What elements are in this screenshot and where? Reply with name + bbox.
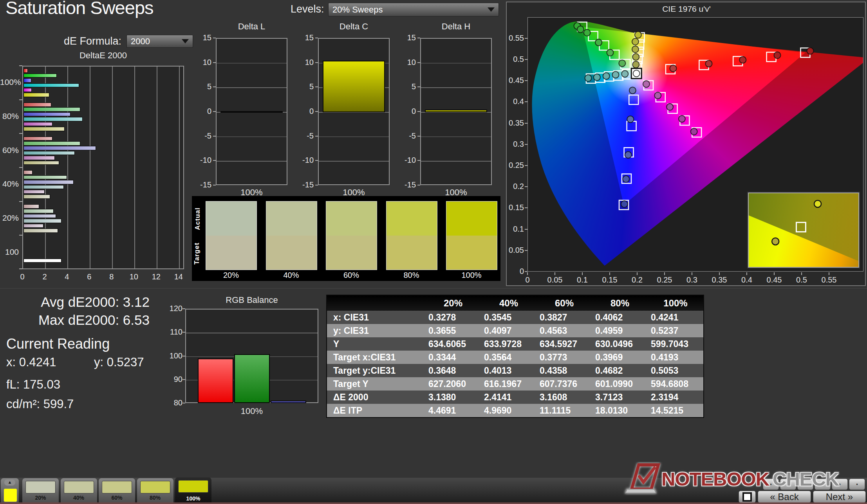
x-tick-label: 0.2	[627, 275, 647, 284]
axis-tick	[19, 99, 22, 100]
gridline	[157, 67, 157, 268]
axis-tick	[213, 160, 216, 161]
chart-title: RGB Balance	[226, 295, 278, 305]
measurement-circle-marker	[807, 48, 814, 54]
y-tick-label: 10	[400, 58, 416, 67]
deltae-bar	[23, 103, 51, 107]
axis-tick	[525, 123, 527, 124]
deltae-plot-area	[22, 66, 184, 269]
y-tick-label: 0	[507, 267, 524, 276]
levels-label: Levels:	[291, 3, 324, 15]
x-tick-label: 0.5	[792, 275, 811, 284]
levels-value: 20% Sweeps	[332, 5, 488, 15]
row-label-cell: y: CIE31	[327, 324, 425, 337]
value-cell: 0.3545	[481, 311, 536, 324]
gridline	[217, 137, 287, 137]
axis-tick	[801, 272, 802, 275]
current-y-readout: y: 0.5237	[94, 355, 144, 369]
gridline	[217, 87, 287, 88]
value-cell: 2.4141	[481, 391, 536, 404]
rgb-bar	[234, 354, 270, 403]
delta-bar	[220, 111, 283, 113]
axis-tick	[315, 160, 318, 161]
measurement-circle-marker	[629, 87, 636, 94]
measurement-circle-marker	[607, 49, 614, 56]
measurement-circle-marker	[625, 151, 632, 158]
measurement-circle-marker	[584, 29, 591, 36]
axis-tick	[637, 272, 638, 275]
table-row: x: CIE310.32780.35450.38270.40620.4241	[327, 311, 704, 324]
value-cell: 0.3827	[536, 311, 592, 324]
watermark-text-primary: NOTEBOOK	[661, 468, 769, 490]
axis-tick	[525, 229, 527, 230]
deltae-bar	[23, 190, 45, 194]
measurement-circle-marker	[679, 115, 685, 122]
measurement-circle-marker	[643, 81, 650, 87]
value-cell: 3.1380	[425, 391, 481, 404]
deltae-bar	[23, 194, 50, 199]
y-tick-label: 0.35	[507, 119, 524, 128]
saturation-tab-80[interactable]: 80%	[137, 478, 173, 503]
deltae-bar	[23, 83, 79, 88]
axis-tick	[719, 272, 720, 275]
y-tick-label: 15	[298, 33, 314, 42]
inset-measurement-circle	[772, 238, 779, 245]
row-label-cell: ΔE 2000	[327, 391, 425, 404]
de-formula-dropdown[interactable]: 2000	[126, 35, 193, 48]
axis-tick	[213, 38, 216, 38]
actual-swatch	[206, 202, 256, 236]
saturation-tab-40[interactable]: 40%	[61, 478, 97, 503]
y-tick-label: 0.15	[507, 203, 524, 212]
y-tick-label: 15	[400, 33, 416, 42]
axis-tick	[19, 133, 22, 134]
axis-tick	[417, 111, 420, 112]
measurement-circle-marker	[632, 54, 639, 60]
value-cell: 0.4682	[592, 364, 648, 377]
x-tick-label: 0.15	[600, 275, 620, 284]
axis-tick	[609, 272, 610, 275]
plot-area	[420, 38, 492, 185]
avg-de2000-readout: Avg dE2000: 3.12	[0, 294, 150, 310]
tab-strip-expander[interactable]: ▲	[1, 478, 19, 503]
saturation-tab-60[interactable]: 60%	[99, 478, 135, 503]
tab-swatch	[140, 481, 170, 493]
table-header-cell	[327, 295, 425, 311]
chart-title: Delta C	[340, 22, 368, 32]
swatch-column-label: 80%	[403, 271, 419, 280]
x-tick-label: 0.05	[545, 275, 565, 284]
value-cell: 607.7376	[536, 377, 592, 391]
axis-tick	[19, 201, 22, 202]
measurement-circle-marker	[739, 57, 746, 63]
measurement-circle-marker	[633, 70, 640, 77]
axis-tick	[525, 38, 527, 39]
saturation-tab-20[interactable]: 20%	[22, 478, 59, 503]
value-cell: 0.5237	[648, 324, 704, 337]
gridline	[179, 67, 180, 268]
value-cell: 633.9728	[481, 337, 536, 351]
cie-1976-diagram: CIE 1976 u'v'00.050.10.150.20.250.30.350…	[506, 2, 866, 286]
up-arrow-icon[interactable]: ▲	[4, 479, 15, 486]
axis-tick	[19, 65, 22, 66]
tab-swatch	[178, 480, 208, 493]
x-tick-label: 0.45	[764, 275, 784, 284]
axis-tick	[525, 101, 527, 102]
saturation-tab-100[interactable]: 100%	[175, 477, 211, 504]
axis-tick	[417, 38, 420, 38]
value-cell: 0.4241	[648, 311, 704, 324]
y-tick-label: -10	[400, 156, 416, 165]
gridline	[67, 67, 68, 268]
deltae2000-chart: DeltaE 200002468101214100%80%60%40%20%10…	[0, 49, 192, 288]
x-tick-label: 8	[104, 272, 119, 281]
value-cell: 601.0990	[592, 377, 648, 391]
y-tick-label: -5	[400, 131, 416, 140]
results-data-table: 20%40%60%80%100%x: CIE310.32780.35450.38…	[326, 295, 704, 418]
notebookcheck-watermark: NOTEBOOK CHECK	[621, 463, 867, 496]
value-cell: 0.4563	[536, 324, 592, 337]
table-row: Y634.6065633.9728634.5927630.0496599.704…	[327, 337, 704, 351]
chart-title: CIE 1976 u'v'	[662, 4, 711, 14]
table-row: Target x:CIE310.33440.35640.37730.39690.…	[327, 351, 704, 364]
value-cell: 0.3655	[425, 324, 481, 337]
axis-tick	[315, 185, 318, 185]
value-cell: 2.3194	[648, 391, 704, 404]
levels-dropdown[interactable]: 20% Sweeps	[328, 3, 499, 16]
